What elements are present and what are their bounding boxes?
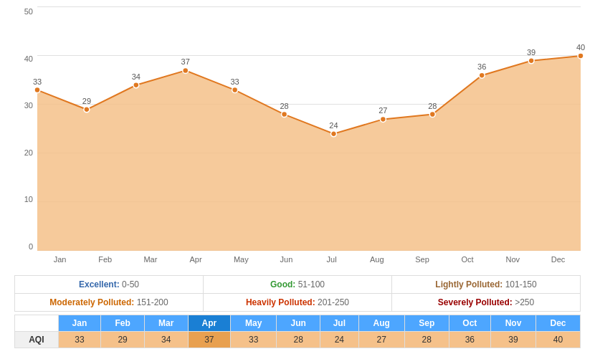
data-table: JanFebMarAprMayJunJulAugSepOctNovDecAQI3… [14, 315, 581, 348]
legend-excellent: Excellent: 0-50 [15, 276, 204, 294]
data-label-aug: 27 [379, 106, 387, 115]
data-point-jul[interactable] [330, 131, 336, 137]
data-point-nov[interactable] [528, 58, 534, 64]
chart-area-fill [37, 56, 581, 251]
y-label-20: 20 [14, 148, 36, 157]
table-header-aug[interactable]: Aug [358, 315, 404, 332]
y-label-0: 0 [14, 242, 36, 251]
table-header-jul[interactable]: Jul [320, 315, 359, 332]
data-point-dec[interactable] [578, 53, 584, 59]
legend-container: Excellent: 0-50 Good: 51-100 Lightly Pol… [14, 275, 581, 312]
table-header-jun[interactable]: Jun [277, 315, 320, 332]
table-header-feb[interactable]: Feb [101, 315, 145, 332]
table-header-may[interactable]: May [231, 315, 277, 332]
x-label-jun: Jun [264, 251, 309, 272]
table-cell-dec[interactable]: 40 [536, 332, 581, 348]
table-header-dec[interactable]: Dec [536, 315, 581, 332]
legend-good: Good: 51-100 [204, 276, 392, 294]
legend-severely: Severely Polluted: >250 [392, 294, 580, 311]
legend-lightly: Lightly Polluted: 101-150 [392, 276, 580, 294]
chart-container: 0 10 20 30 40 50 33293437332824272836394… [0, 0, 595, 348]
chart-area: 0 10 20 30 40 50 33293437332824272836394… [14, 7, 581, 272]
data-label-nov: 39 [527, 48, 536, 57]
data-point-sep[interactable] [429, 112, 435, 118]
x-label-aug: Aug [354, 251, 399, 272]
table-header-jan[interactable]: Jan [58, 315, 101, 332]
data-point-aug[interactable] [380, 116, 386, 122]
table-row-label: AQI [15, 332, 59, 348]
data-label-jul: 24 [329, 121, 338, 130]
table-cell-sep[interactable]: 28 [404, 332, 449, 348]
x-label-nov: Nov [490, 251, 536, 272]
legend-row-1: Excellent: 0-50 Good: 51-100 Lightly Pol… [15, 276, 580, 294]
data-label-feb: 29 [82, 97, 91, 105]
x-label-jul: Jul [309, 251, 354, 272]
y-label-50: 50 [14, 7, 36, 16]
data-label-mar: 34 [132, 72, 141, 81]
data-point-jun[interactable] [282, 112, 287, 118]
table-cell-jun[interactable]: 28 [277, 332, 320, 348]
data-label-apr: 37 [181, 57, 190, 66]
x-label-mar: Mar [128, 251, 173, 272]
table-cell-nov[interactable]: 39 [491, 332, 536, 348]
data-point-oct[interactable] [479, 72, 485, 78]
x-label-jan: Jan [37, 251, 82, 272]
x-label-may: May [219, 251, 264, 272]
table-cell-mar[interactable]: 34 [144, 332, 188, 348]
table-cell-jul[interactable]: 24 [320, 332, 359, 348]
y-label-10: 10 [14, 195, 36, 203]
table-header-apr[interactable]: Apr [188, 315, 231, 332]
legend-heavily: Heavily Polluted: 201-250 [204, 294, 392, 311]
legend-row-2: Moderately Polluted: 151-200 Heavily Pol… [15, 294, 580, 311]
data-point-mar[interactable] [133, 82, 139, 88]
data-point-apr[interactable] [183, 67, 189, 73]
x-label-dec: Dec [536, 251, 581, 272]
table-header-oct[interactable]: Oct [449, 315, 490, 332]
y-axis: 0 10 20 30 40 50 [14, 7, 36, 251]
chart-svg: 332934373328242728363940 [37, 7, 581, 251]
data-point-may[interactable] [232, 87, 238, 93]
y-label-40: 40 [14, 54, 36, 63]
table-header-mar[interactable]: Mar [144, 315, 188, 332]
x-label-sep: Sep [399, 251, 444, 272]
x-label-oct: Oct [445, 251, 490, 272]
chart-inner: 332934373328242728363940 [37, 7, 581, 251]
x-label-feb: Feb [82, 251, 128, 272]
data-label-sep: 28 [428, 102, 437, 110]
table-cell-may[interactable]: 33 [231, 332, 277, 348]
table-cell-apr[interactable]: 37 [188, 332, 231, 348]
y-label-30: 30 [14, 101, 36, 110]
table-header-nov[interactable]: Nov [491, 315, 536, 332]
table-header-sep[interactable]: Sep [404, 315, 449, 332]
table-cell-feb[interactable]: 29 [101, 332, 145, 348]
data-point-jan[interactable] [34, 87, 40, 93]
data-label-dec: 40 [576, 43, 585, 52]
data-label-oct: 36 [477, 62, 486, 71]
table-cell-jan[interactable]: 33 [58, 332, 101, 348]
data-point-feb[interactable] [84, 107, 90, 112]
table-header-empty [15, 315, 59, 332]
data-label-may: 33 [231, 77, 239, 86]
data-label-jun: 28 [280, 102, 288, 110]
x-label-apr: Apr [173, 251, 219, 272]
data-label-jan: 33 [33, 77, 42, 86]
table-cell-oct[interactable]: 36 [449, 332, 490, 348]
table-cell-aug[interactable]: 27 [358, 332, 404, 348]
legend-moderately: Moderately Polluted: 151-200 [15, 294, 204, 311]
x-axis: JanFebMarAprMayJunJulAugSepOctNovDec [37, 251, 581, 272]
